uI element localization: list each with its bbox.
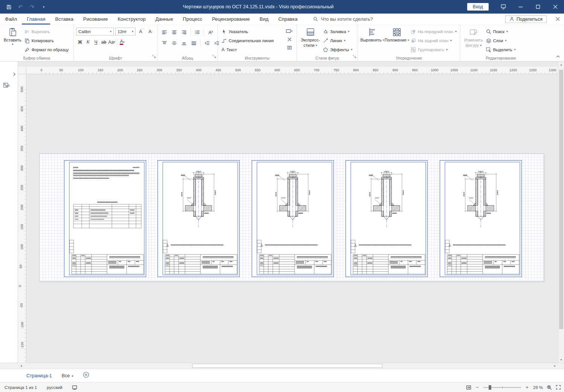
- increase-font-size-button[interactable]: Аˆ: [137, 28, 145, 35]
- connector-tool-button[interactable]: Соединительная линия: [220, 37, 285, 44]
- tab-help[interactable]: Справка: [274, 14, 303, 24]
- undo-button[interactable]: ↶: [15, 2, 26, 12]
- sheet-5-fitting-drawing[interactable]: [440, 160, 522, 277]
- sheet-1-general-data[interactable]: [64, 160, 146, 277]
- save-button[interactable]: [3, 2, 14, 12]
- cut-button[interactable]: Вырезать: [23, 28, 70, 35]
- scroll-up-arrow[interactable]: ▴: [558, 61, 564, 67]
- line-button[interactable]: Линия▾: [321, 37, 354, 44]
- text-tool-button[interactable]: А Текст: [220, 46, 285, 54]
- quick-styles-button[interactable]: Экспресс- стили▾: [299, 26, 321, 47]
- align-middle-button[interactable]: [170, 40, 179, 47]
- zoom-out-button[interactable]: −: [475, 384, 480, 390]
- zoom-percent[interactable]: 28 %: [533, 385, 543, 390]
- fullscreen-icon[interactable]: [556, 385, 561, 390]
- customize-quick-access-dropdown[interactable]: ▾: [38, 2, 49, 12]
- pointer-tool-button[interactable]: Указатель: [220, 28, 285, 35]
- add-page-button[interactable]: [83, 372, 89, 380]
- align-center-button[interactable]: [170, 29, 179, 36]
- bold-button[interactable]: Ж: [76, 38, 84, 46]
- font-size-select[interactable]: 12пт▾: [115, 28, 136, 35]
- connection-point-tool-button[interactable]: [285, 36, 294, 43]
- tab-home[interactable]: Главная: [22, 14, 50, 24]
- all-pages-button[interactable]: Все ▴: [62, 373, 73, 378]
- strikethrough-button[interactable]: ab: [100, 38, 108, 46]
- close-document-button[interactable]: [551, 14, 564, 24]
- horizontal-ruler[interactable]: 0501001502002503003504004505005506006507…: [26, 67, 558, 74]
- change-shape-button[interactable]: Изменить фигуру▾: [463, 26, 485, 47]
- tab-file[interactable]: Файл: [0, 14, 22, 24]
- sheet-4-fitting-drawing[interactable]: [345, 160, 428, 277]
- tab-insert[interactable]: Вставка: [50, 14, 78, 24]
- zoom-slider[interactable]: [483, 385, 521, 390]
- zoom-slider-thumb[interactable]: [489, 385, 491, 390]
- format-painter-button[interactable]: Формат по образцу: [23, 46, 70, 54]
- expand-shapes-panel-button[interactable]: [12, 71, 16, 78]
- copy-button[interactable]: Копировать: [23, 37, 70, 44]
- vertical-scrollbar[interactable]: ▴ ▾: [558, 61, 564, 363]
- horizontal-scroll-thumb[interactable]: [192, 364, 382, 368]
- paste-button[interactable]: Вставить ▾: [2, 26, 23, 46]
- minimize-button[interactable]: [512, 0, 529, 14]
- ribbon-display-options-button[interactable]: [495, 0, 512, 14]
- align-bottom-button[interactable]: [179, 40, 188, 47]
- rectangle-tool-button[interactable]: ▾: [285, 28, 294, 35]
- tab-process[interactable]: Процесс: [178, 14, 207, 24]
- drawing-canvas[interactable]: [26, 74, 558, 363]
- find-button[interactable]: Поиск▾: [485, 28, 517, 35]
- sheet-2-fitting-drawing[interactable]: [157, 160, 240, 277]
- tell-me-input[interactable]: Что вы хотите сделать?: [313, 14, 373, 24]
- layers-button[interactable]: Слои▾: [485, 37, 517, 44]
- maximize-button[interactable]: [529, 0, 547, 14]
- vertical-scroll-thumb[interactable]: [559, 70, 563, 329]
- bullets-button[interactable]: [193, 29, 202, 36]
- fit-page-icon[interactable]: [547, 385, 552, 390]
- font-color-button[interactable]: А▾: [118, 38, 126, 46]
- justify-button[interactable]: [189, 40, 198, 47]
- stencil-icon[interactable]: [3, 83, 10, 90]
- collapse-ribbon-button[interactable]: [556, 53, 560, 60]
- change-case-button[interactable]: Aa▾: [108, 38, 116, 46]
- horizontal-scrollbar[interactable]: ◂ ▸: [18, 363, 558, 369]
- align-button[interactable]: Выровнять▾: [360, 26, 384, 42]
- redo-button[interactable]: ↷: [26, 2, 38, 12]
- sign-in-button[interactable]: Вход: [467, 3, 489, 11]
- tab-review[interactable]: Рецензирование: [207, 14, 255, 24]
- tab-draw[interactable]: Рисование: [78, 14, 113, 24]
- shapes-panel-collapsed: [0, 61, 18, 363]
- align-right-button[interactable]: [179, 29, 188, 36]
- decrease-indent-button[interactable]: [202, 40, 211, 47]
- group-shapes-button[interactable]: Группировать▾: [409, 46, 458, 54]
- zoom-in-button[interactable]: +: [525, 384, 529, 390]
- fit-window-icon[interactable]: [466, 385, 471, 390]
- align-top-button[interactable]: [160, 40, 169, 47]
- tab-design[interactable]: Конструктор: [113, 14, 150, 24]
- select-button[interactable]: Выделить▾: [485, 46, 517, 54]
- page-tab-active[interactable]: Страница-1: [26, 373, 52, 378]
- close-button[interactable]: [547, 0, 564, 14]
- text-direction-button[interactable]: [206, 29, 215, 36]
- send-to-back-button[interactable]: На задний план▾: [409, 37, 458, 44]
- align-left-button[interactable]: [160, 29, 169, 36]
- effects-button[interactable]: Эффекты▾: [321, 46, 354, 54]
- scroll-left-arrow[interactable]: ◂: [18, 363, 24, 369]
- language-indicator[interactable]: русский: [47, 385, 62, 390]
- drawing-page[interactable]: [40, 154, 544, 281]
- scroll-right-arrow[interactable]: ▸: [552, 363, 558, 369]
- vertical-ruler[interactable]: 500450400350300250200150100500-50-100-15…: [18, 74, 26, 363]
- page-indicator[interactable]: Страница 1 из 1: [5, 385, 37, 390]
- bring-to-front-button[interactable]: На передний план▾: [409, 28, 458, 35]
- underline-button[interactable]: Ч: [92, 38, 100, 46]
- fill-button[interactable]: Заливка▾: [321, 28, 354, 35]
- font-family-select[interactable]: Calibri▾: [76, 28, 114, 35]
- decrease-font-size-button[interactable]: Аˇ: [147, 28, 154, 35]
- italic-button[interactable]: К: [84, 38, 92, 46]
- tab-view[interactable]: Вид: [255, 14, 274, 24]
- tab-data[interactable]: Данные: [150, 14, 178, 24]
- status-check-icon[interactable]: [72, 385, 77, 390]
- share-button[interactable]: Поделиться: [505, 15, 547, 23]
- position-button[interactable]: Положение▾: [384, 26, 409, 42]
- text-block-tool-button[interactable]: [285, 44, 294, 51]
- sheet-3-fitting-drawing[interactable]: [252, 160, 334, 277]
- scroll-down-arrow[interactable]: ▾: [558, 357, 564, 363]
